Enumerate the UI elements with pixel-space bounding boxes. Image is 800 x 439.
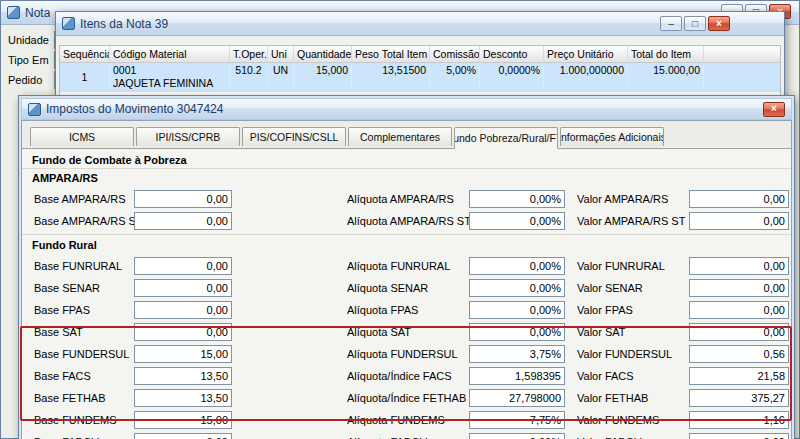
label-aliquota-sat: Alíquota SAT	[347, 326, 469, 338]
input-aliquota-fpas[interactable]: 0,00%	[469, 301, 565, 319]
input-aliquota-fundems[interactable]: 7,75%	[469, 411, 565, 429]
itens-title: Itens da Nota 39	[80, 17, 168, 31]
cell-quantidade[interactable]: 15,000	[294, 63, 352, 91]
itens-titlebar[interactable]: Itens da Nota 39 – □ ×	[56, 12, 784, 36]
input-aliquota-funrural[interactable]: 0,00%	[469, 257, 565, 275]
column-header-codigo-material[interactable]: Código Material	[110, 46, 230, 62]
section-title-fundo-rural: Fundo Rural	[32, 239, 791, 251]
tab-informacoes-adicionais[interactable]: Informações Adicionais	[560, 127, 664, 146]
input-valor-senar[interactable]: 0,00	[689, 279, 789, 297]
input-base-ampara-rs[interactable]: 0,00	[134, 190, 232, 208]
label-valor-fundersul: Valor FUNDERSUL	[577, 348, 689, 360]
input-base-fabov[interactable]: 0,00	[134, 433, 232, 439]
tab-fundo-pobreza-rural-fti[interactable]: Fundo Pobreza/Rural/FTI	[454, 127, 558, 149]
impostos-client-area: ICMSIPI/ISS/CPRBPIS/COFINS/CSLLComplemen…	[21, 120, 792, 439]
cell-preco-unitario[interactable]: 1.000,000000	[544, 63, 628, 91]
column-header-comissao[interactable]: Comissão	[430, 46, 480, 62]
label-valor-fpas: Valor FPAS	[577, 304, 689, 316]
label-base-fundems: Base FUNDEMS	[34, 414, 134, 426]
maximize-button[interactable]: □	[684, 16, 706, 31]
input-valor-ampara-rs-st[interactable]: 0,00	[689, 212, 789, 230]
input-valor-fethab[interactable]: 375,27	[689, 389, 789, 407]
unidade-label: Unidade	[8, 34, 54, 46]
column-header-quantidade[interactable]: Quantidade	[294, 46, 352, 62]
input-aliquota-indice-fethab[interactable]: 27,798000	[469, 389, 565, 407]
cell-desconto[interactable]: 0,0000%	[480, 63, 544, 91]
fundo-pobreza-panel: Fundo de Combate à Pobreza AMPARA/RSBase…	[22, 149, 791, 439]
input-valor-ampara-rs[interactable]: 0,00	[689, 190, 789, 208]
input-valor-funrural[interactable]: 0,00	[689, 257, 789, 275]
input-aliquota-indice-facs[interactable]: 1,598395	[469, 367, 565, 385]
input-base-facs[interactable]: 13,50	[134, 367, 232, 385]
close-button[interactable]: ×	[763, 102, 785, 117]
cell-sequencia[interactable]: 1	[60, 63, 110, 91]
itens-window-buttons: – □ ×	[660, 16, 730, 31]
input-valor-fundersul[interactable]: 0,56	[689, 345, 789, 363]
input-aliquota-fabov[interactable]: 0,00%	[469, 433, 565, 439]
input-aliquota-ampara-rs-st[interactable]: 0,00%	[469, 212, 565, 230]
input-valor-sat[interactable]: 0,00	[689, 323, 789, 341]
input-base-ampara-rs-st[interactable]: 0,00	[134, 212, 232, 230]
column-header-peso-total-item[interactable]: Peso Total Item	[352, 46, 430, 62]
cell-uni[interactable]: UN	[268, 63, 294, 91]
input-base-senar[interactable]: 0,00	[134, 279, 232, 297]
form-row-base-funrural: Base FUNRURAL0,00Alíquota FUNRURAL0,00%V…	[34, 257, 791, 275]
label-base-funrural: Base FUNRURAL	[34, 260, 134, 272]
column-header-total-do-item[interactable]: Total do Item	[628, 46, 704, 62]
column-header-uni[interactable]: Uni	[268, 46, 294, 62]
label-base-senar: Base SENAR	[34, 282, 134, 294]
input-valor-fabov[interactable]: 0,00	[689, 433, 789, 439]
input-base-funrural[interactable]: 0,00	[134, 257, 232, 275]
label-base-facs: Base FACS	[34, 370, 134, 382]
tab-bar: ICMSIPI/ISS/CPRBPIS/COFINS/CSLLComplemen…	[22, 121, 791, 149]
input-base-fundersul[interactable]: 15,00	[134, 345, 232, 363]
tab-pis-cofins-csll[interactable]: PIS/COFINS/CSLL	[242, 127, 346, 146]
table-row-selected[interactable]: 10001 JAQUETA FEMININA510.2UN15,00013,51…	[60, 63, 780, 92]
column-header-desconto[interactable]: Desconto	[480, 46, 544, 62]
cell-peso-total-item[interactable]: 13,51500	[352, 63, 430, 91]
cell-total-do-item[interactable]: 15.000,00	[628, 63, 704, 91]
input-base-fundems[interactable]: 15,00	[134, 411, 232, 429]
minimize-button[interactable]: –	[660, 16, 682, 31]
tipo-emissao-label: Tipo Em	[8, 54, 54, 66]
label-aliquota-fpas: Alíquota FPAS	[347, 304, 469, 316]
label-aliquota-indice-facs: Alíquota/Índice FACS	[347, 370, 469, 382]
input-valor-fpas[interactable]: 0,00	[689, 301, 789, 319]
input-aliquota-ampara-rs[interactable]: 0,00%	[469, 190, 565, 208]
input-aliquota-fundersul[interactable]: 3,75%	[469, 345, 565, 363]
input-aliquota-senar[interactable]: 0,00%	[469, 279, 565, 297]
column-header-filler	[704, 46, 780, 62]
label-aliquota-ampara-rs: Alíquota AMPARA/RS	[347, 193, 469, 205]
input-base-fethab[interactable]: 13,50	[134, 389, 232, 407]
form-row-base-senar: Base SENAR0,00Alíquota SENAR0,00%Valor S…	[34, 279, 791, 297]
input-valor-facs[interactable]: 21,58	[689, 367, 789, 385]
impostos-titlebar[interactable]: Impostos do Movimento 3047424 ×	[21, 98, 792, 120]
input-base-fpas[interactable]: 0,00	[134, 301, 232, 319]
document-icon	[7, 6, 20, 19]
desktop: Nota – □ × Unidade Tipo Em Pedido It	[0, 0, 800, 439]
column-header-sequencia[interactable]: Sequência	[60, 46, 110, 62]
cell-comissao[interactable]: 5,00%	[430, 63, 480, 91]
input-base-sat[interactable]: 0,00	[134, 323, 232, 341]
group-title-fundo-combate-pobreza: Fundo de Combate à Pobreza	[32, 154, 791, 166]
column-header-t-oper[interactable]: T.Oper.	[230, 46, 268, 62]
label-base-fundersul: Base FUNDERSUL	[34, 348, 134, 360]
cell-codigo-material[interactable]: 0001 JAQUETA FEMININA	[110, 63, 230, 91]
section-title-ampara-rs: AMPARA/RS	[32, 172, 791, 184]
pedido-label: Pedido	[8, 74, 54, 86]
label-valor-ampara-rs-st: Valor AMPARA/RS ST	[577, 215, 689, 227]
input-aliquota-sat[interactable]: 0,00%	[469, 323, 565, 341]
itens-table-header: SequênciaCódigo MaterialT.Oper.UniQuanti…	[60, 46, 780, 63]
close-button[interactable]: ×	[708, 16, 730, 31]
input-valor-fundems[interactable]: 1,16	[689, 411, 789, 429]
tab-icms[interactable]: ICMS	[30, 127, 134, 146]
column-header-preco-unitario[interactable]: Preço Unitário	[544, 46, 628, 62]
tab-ipi-iss-cprb[interactable]: IPI/ISS/CPRB	[136, 127, 240, 146]
label-aliquota-fundems: Alíquota FUNDEMS	[347, 414, 469, 426]
label-valor-facs: Valor FACS	[577, 370, 689, 382]
tab-complementares[interactable]: Complementares	[348, 127, 452, 146]
label-valor-fundems: Valor FUNDEMS	[577, 414, 689, 426]
nota-title: Nota	[25, 6, 50, 20]
label-aliquota-indice-fethab: Alíquota/Índice FETHAB	[347, 392, 469, 404]
cell-t-oper[interactable]: 510.2	[230, 63, 268, 91]
